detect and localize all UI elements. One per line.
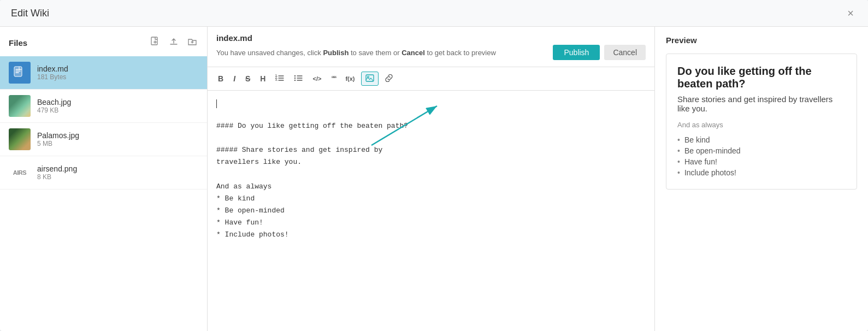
editor-status-row: You have unsaved changes, click Publish … — [216, 45, 646, 60]
sidebar-action-icons — [149, 36, 198, 50]
cancel-button[interactable]: Cancel — [604, 45, 646, 60]
svg-text:3.: 3. — [275, 78, 278, 81]
preview-label: Preview — [666, 36, 857, 45]
file-size: 181 Bytes — [37, 73, 68, 81]
italic-button[interactable]: I — [229, 73, 239, 85]
airsend-label-icon: AIRS — [9, 162, 31, 184]
doc-file-icon — [9, 62, 31, 84]
file-item-airsend-png[interactable]: AIRS airsend.png 8 KB — [0, 156, 207, 190]
editor-content-text: #### Do you like getting off the beaten … — [216, 108, 646, 241]
new-folder-button[interactable] — [186, 36, 198, 50]
preview-text: And as always — [677, 121, 846, 129]
file-name: Palamos.jpg — [37, 131, 79, 140]
upload-icon — [169, 37, 179, 46]
file-name: Beach.jpg — [37, 98, 71, 107]
modal-header: Edit Wiki × — [0, 0, 868, 27]
modal-body: Files — [0, 27, 868, 331]
editor-textarea[interactable]: #### Do you like getting off the beaten … — [208, 91, 654, 331]
link-button[interactable] — [381, 72, 397, 85]
palamos-thumbnail — [9, 128, 31, 150]
editor-panel: index.md You have unsaved changes, click… — [208, 27, 655, 331]
heading-button[interactable]: H — [256, 73, 269, 85]
sidebar-title: Files — [9, 38, 27, 48]
file-item-index-md[interactable]: index.md 181 Bytes — [0, 56, 207, 90]
image-button[interactable] — [361, 72, 379, 86]
preview-subtitle: Share stories and get inspired by travel… — [677, 94, 846, 113]
bold-button[interactable]: B — [214, 73, 227, 85]
cancel-hint: Cancel — [401, 49, 425, 57]
ordered-list-button[interactable]: 1. 2. 3. — [271, 72, 288, 85]
add-file-button[interactable] — [149, 36, 161, 50]
svg-point-6 — [294, 78, 296, 79]
image-icon — [365, 74, 374, 82]
list-item: Include photos! — [677, 167, 846, 178]
editor-top-bar: index.md You have unsaved changes, click… — [208, 27, 654, 67]
unordered-list-icon — [294, 74, 303, 82]
link-icon — [385, 74, 393, 82]
file-size: 8 KB — [37, 173, 77, 181]
formula-button[interactable]: f(x) — [341, 74, 358, 84]
file-name: index.md — [37, 64, 68, 73]
sidebar-header: Files — [0, 36, 207, 56]
beach-thumbnail — [9, 95, 31, 117]
file-name: airsend.png — [37, 164, 77, 173]
preview-content-box: Do you like getting off the beaten path?… — [666, 54, 857, 190]
editor-filename: index.md — [216, 33, 646, 43]
svg-point-7 — [294, 80, 296, 81]
block-quote-button[interactable]: ““ — [327, 73, 339, 84]
ordered-list-icon: 1. 2. 3. — [275, 74, 284, 82]
strikethrough-button[interactable]: S — [241, 73, 254, 85]
svg-point-5 — [294, 75, 296, 76]
file-size: 479 KB — [37, 107, 71, 114]
list-item: Be open-minded — [677, 145, 846, 156]
svg-rect-1 — [14, 67, 22, 76]
editor-toolbar: B I S H 1. 2. 3. — [208, 67, 654, 91]
file-info: Beach.jpg 479 KB — [37, 98, 71, 114]
file-info: airsend.png 8 KB — [37, 164, 77, 181]
preview-heading: Do you like getting off the beaten path? — [677, 65, 846, 90]
list-item: Be kind — [677, 134, 846, 145]
file-item-beach-jpg[interactable]: Beach.jpg 479 KB — [0, 90, 207, 123]
file-info: index.md 181 Bytes — [37, 64, 68, 81]
modal-title: Edit Wiki — [11, 8, 49, 19]
unordered-list-button[interactable] — [290, 72, 306, 85]
sidebar: Files — [0, 27, 208, 331]
upload-file-button[interactable] — [168, 36, 180, 50]
file-size: 5 MB — [37, 140, 79, 147]
close-button[interactable]: × — [844, 7, 857, 20]
new-folder-icon — [187, 37, 197, 46]
new-file-icon — [150, 37, 160, 46]
editor-status-text: You have unsaved changes, click Publish … — [216, 49, 496, 57]
svg-rect-0 — [151, 37, 157, 45]
editor-cursor — [216, 99, 217, 108]
edit-wiki-modal: Edit Wiki × Files — [0, 0, 868, 331]
file-item-palamos-jpg[interactable]: Palamos.jpg 5 MB — [0, 123, 207, 156]
file-info: Palamos.jpg 5 MB — [37, 131, 79, 147]
preview-list: Be kind Be open-minded Have fun! Include… — [677, 134, 846, 178]
code-button[interactable]: </> — [309, 74, 325, 84]
file-list: index.md 181 Bytes Beach.jpg 479 KB — [0, 56, 207, 190]
publish-hint: Publish — [323, 49, 349, 57]
preview-panel: Preview Do you like getting off the beat… — [655, 27, 868, 331]
list-item: Have fun! — [677, 156, 846, 167]
publish-button[interactable]: Publish — [553, 45, 600, 60]
editor-action-buttons: Publish Cancel — [553, 45, 646, 60]
